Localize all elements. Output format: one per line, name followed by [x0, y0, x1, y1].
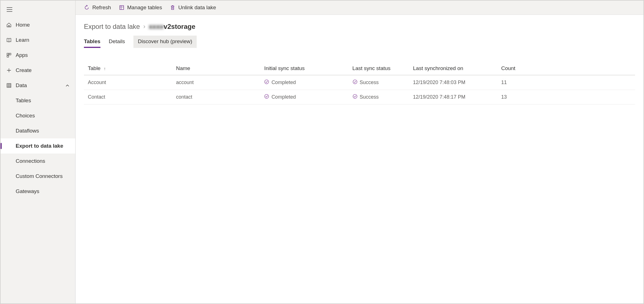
toolbar: Refresh Manage tables Unlink data lake: [76, 1, 643, 15]
content-area: Export to data lake › xxxxv2storage Tabl…: [76, 15, 643, 303]
table-settings-icon: [119, 5, 124, 10]
unlink-data-lake-button[interactable]: Unlink data lake: [170, 4, 216, 11]
toolbar-label: Unlink data lake: [178, 4, 216, 11]
check-circle-icon: [352, 94, 358, 100]
sidebar-sub-item-custom-connectors[interactable]: Custom Connectors: [1, 169, 75, 184]
col-header-label: Name: [176, 65, 190, 71]
breadcrumb: Export to data lake › xxxxv2storage: [84, 23, 635, 31]
sidebar-sub-label: Connections: [16, 158, 45, 164]
sidebar-sub-item-connections[interactable]: Connections: [1, 154, 75, 169]
cell-table-name: Account: [84, 75, 172, 90]
col-header-label: Count: [501, 65, 515, 71]
manage-tables-button[interactable]: Manage tables: [119, 4, 162, 11]
svg-rect-4: [120, 6, 124, 10]
svg-point-5: [265, 80, 269, 84]
sidebar-item-label: Apps: [16, 52, 28, 58]
breadcrumb-current-prefix: xxxx: [149, 23, 163, 31]
sidebar: Home Learn Apps Create Data: [1, 1, 76, 303]
cell-name: contact: [172, 90, 260, 105]
tables-grid: Table ↑ Name Initial sync status Last sy…: [84, 62, 635, 105]
plus-icon: [6, 68, 12, 73]
refresh-button[interactable]: Refresh: [84, 4, 111, 11]
cell-table-name: Contact: [84, 90, 172, 105]
tab-details[interactable]: Details: [109, 36, 125, 48]
col-header-label: Last sync status: [352, 65, 391, 71]
sidebar-sub-label: Dataflows: [16, 128, 39, 134]
breadcrumb-parent[interactable]: Export to data lake: [84, 23, 140, 31]
col-header-last-sync[interactable]: Last sync status: [349, 62, 409, 75]
col-header-name[interactable]: Name: [172, 62, 260, 75]
sidebar-sub-label: Tables: [16, 98, 31, 104]
col-header-initial-sync[interactable]: Initial sync status: [260, 62, 348, 75]
status-text: Completed: [271, 80, 296, 85]
table-row[interactable]: Contact contact Completed Success: [84, 90, 635, 105]
breadcrumb-separator: ›: [143, 23, 145, 30]
svg-rect-1: [9, 53, 11, 55]
cell-last-synchronized: 12/19/2020 7:48:17 PM: [409, 90, 497, 105]
col-header-label: Table: [88, 65, 100, 71]
cell-count: 11: [497, 75, 635, 90]
refresh-icon: [84, 5, 90, 10]
sidebar-item-apps[interactable]: Apps: [1, 48, 75, 63]
sidebar-sub-item-export-to-data-lake[interactable]: Export to data lake: [1, 138, 75, 154]
cell-count: 13: [497, 90, 635, 105]
sidebar-sub-item-tables[interactable]: Tables: [1, 93, 75, 108]
svg-point-8: [353, 94, 357, 98]
status-text: Completed: [271, 94, 296, 100]
col-header-last-synchronized[interactable]: Last synchronized on: [409, 62, 497, 75]
chevron-up-icon: [65, 83, 70, 88]
home-icon: [6, 22, 12, 28]
trash-icon: [170, 5, 175, 10]
tab-label: Details: [109, 38, 125, 44]
sidebar-sub-item-gateways[interactable]: Gateways: [1, 184, 75, 199]
table-header-row: Table ↑ Name Initial sync status Last sy…: [84, 62, 635, 75]
cell-name: account: [172, 75, 260, 90]
cell-initial-sync: Completed: [260, 75, 348, 90]
breadcrumb-current: xxxxv2storage: [149, 23, 195, 31]
sidebar-item-home[interactable]: Home: [1, 17, 75, 33]
check-circle-icon: [264, 94, 269, 100]
book-icon: [6, 37, 12, 43]
col-header-label: Last synchronized on: [413, 65, 463, 71]
col-header-table[interactable]: Table ↑: [84, 62, 172, 75]
hamburger-menu-button[interactable]: [1, 2, 75, 17]
breadcrumb-current-suffix: v2storage: [164, 23, 195, 31]
tab-discover-hub[interactable]: Discover hub (preview): [133, 36, 197, 48]
sidebar-sub-label: Gateways: [16, 188, 39, 194]
sidebar-item-data[interactable]: Data: [1, 78, 75, 93]
svg-point-6: [353, 80, 357, 84]
col-header-count[interactable]: Count: [497, 62, 635, 75]
svg-rect-3: [7, 83, 11, 87]
sidebar-sub-item-dataflows[interactable]: Dataflows: [1, 123, 75, 138]
toolbar-label: Manage tables: [127, 4, 162, 11]
sidebar-item-learn[interactable]: Learn: [1, 33, 75, 48]
sidebar-item-label: Home: [16, 22, 30, 28]
tab-label: Tables: [84, 38, 100, 44]
sidebar-sub-label: Custom Connectors: [16, 173, 63, 179]
cell-last-sync: Success: [349, 75, 409, 90]
check-circle-icon: [352, 79, 358, 86]
sidebar-item-label: Learn: [16, 37, 29, 43]
cell-initial-sync: Completed: [260, 90, 348, 105]
sidebar-sub-label: Export to data lake: [16, 143, 63, 149]
toolbar-label: Refresh: [92, 4, 111, 11]
main-content: Refresh Manage tables Unlink data lake E…: [76, 1, 643, 303]
tab-tables[interactable]: Tables: [84, 36, 100, 48]
table-row[interactable]: Account account Completed Success: [84, 75, 635, 90]
sidebar-item-label: Create: [16, 67, 32, 73]
sidebar-sub-item-choices[interactable]: Choices: [1, 108, 75, 123]
tab-label: Discover hub (preview): [138, 38, 192, 44]
apps-icon: [6, 52, 12, 58]
svg-rect-0: [7, 53, 9, 55]
col-header-label: Initial sync status: [264, 65, 305, 71]
svg-point-7: [265, 94, 269, 98]
sidebar-item-label: Data: [16, 82, 27, 89]
sidebar-sub-label: Choices: [16, 113, 35, 119]
svg-rect-2: [7, 55, 9, 57]
tabs: Tables Details Discover hub (preview): [84, 36, 635, 48]
status-text: Success: [360, 94, 379, 100]
cell-last-sync: Success: [349, 90, 409, 105]
hamburger-icon: [7, 7, 12, 12]
sidebar-item-create[interactable]: Create: [1, 63, 75, 78]
status-text: Success: [360, 80, 379, 85]
